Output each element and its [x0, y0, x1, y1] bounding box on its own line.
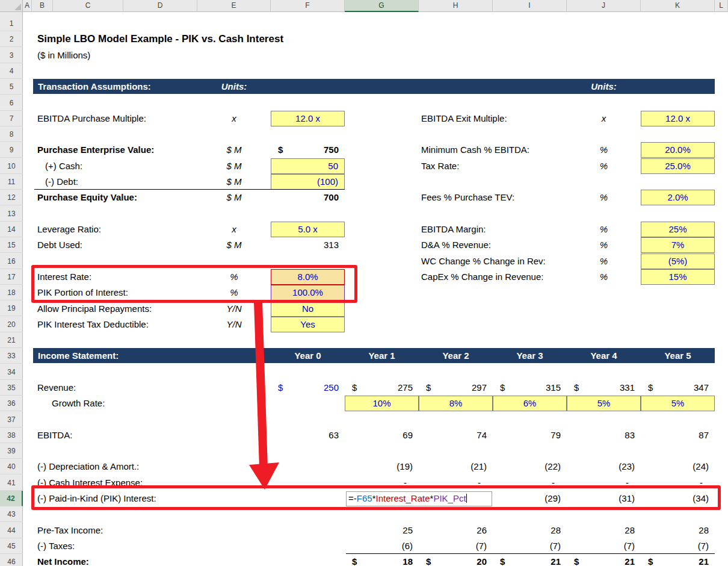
value-text: 297: [472, 380, 487, 396]
row-header-36[interactable]: 36: [0, 396, 23, 411]
label-pik-interest: (-) Paid-in-Kind (PIK) Interest:: [37, 491, 195, 506]
row-header-17[interactable]: 17: [0, 269, 23, 285]
row-header-6[interactable]: 6: [0, 95, 23, 111]
column-header-L[interactable]: L: [715, 0, 728, 12]
column-header-K[interactable]: K: [641, 0, 715, 12]
units-header-right: Units:: [567, 79, 641, 94]
formula-editor-active-cell[interactable]: =-F65*Interest_Rate*PIK_Pct: [346, 491, 492, 506]
row-header-34[interactable]: 34: [0, 364, 23, 380]
cell-ebitda-year3: 79: [493, 428, 567, 443]
label-tax-rate: Tax Rate:: [421, 158, 566, 174]
row-header-33[interactable]: 33: [0, 348, 23, 364]
unit-purchase-equity-value: $ M: [197, 190, 271, 205]
row-header-8[interactable]: 8: [0, 126, 23, 142]
cell-ebitda-year4: 83: [567, 428, 641, 443]
input-ebitda-purchase-multiple[interactable]: 12.0 x: [271, 111, 345, 126]
row-header-3[interactable]: 3: [0, 48, 23, 63]
row-header-38[interactable]: 38: [0, 428, 23, 443]
unit-leverage-ratio: x: [197, 222, 271, 237]
input-pik-tax-deductible[interactable]: Yes: [271, 317, 345, 332]
row-header-35[interactable]: 35: [0, 380, 23, 396]
column-header-F[interactable]: F: [271, 0, 345, 12]
cell-dep-year4: (23): [567, 459, 641, 474]
row-header-9[interactable]: 9: [0, 142, 23, 158]
row-header-14[interactable]: 14: [0, 222, 23, 237]
input-leverage-ratio[interactable]: 5.0 x: [271, 222, 345, 237]
currency-symbol: $: [574, 380, 579, 396]
row-header-40[interactable]: 40: [0, 459, 23, 474]
input-tax-rate[interactable]: 25.0%: [641, 158, 715, 174]
column-header-H[interactable]: H: [419, 0, 493, 12]
row-header-19[interactable]: 19: [0, 300, 23, 316]
input-ebitda-exit-multiple[interactable]: 12.0 x: [641, 111, 715, 126]
input-fees-pct-purchase-tev[interactable]: 2.0%: [641, 190, 715, 205]
column-header-J[interactable]: J: [567, 0, 641, 12]
row-header-44[interactable]: 44: [0, 523, 23, 538]
input-minimum-cash-pct-ebitda[interactable]: 20.0%: [641, 142, 715, 158]
select-all-corner[interactable]: [0, 0, 23, 12]
row-header-11[interactable]: 11: [0, 174, 23, 190]
input-da-pct-revenue[interactable]: 7%: [641, 237, 715, 253]
input-minus-debt[interactable]: (100): [271, 174, 345, 190]
row-header-18[interactable]: 18: [0, 285, 23, 300]
row-header-4[interactable]: 4: [0, 63, 23, 79]
input-growth-year3[interactable]: 6%: [493, 396, 567, 411]
row-header-15[interactable]: 15: [0, 237, 23, 253]
row-header-39[interactable]: 39: [0, 443, 23, 459]
input-wc-change-pct[interactable]: (5%): [641, 253, 715, 269]
row-header-41[interactable]: 41: [0, 475, 23, 491]
cell-pretax-year1: 25: [345, 523, 419, 538]
input-ebitda-margin[interactable]: 25%: [641, 222, 715, 237]
row-header-7[interactable]: 7: [0, 111, 23, 126]
value-text: 275: [398, 380, 413, 396]
column-header-G[interactable]: G: [345, 0, 419, 12]
label-purchase-enterprise-value: Purchase Enterprise Value:: [37, 142, 195, 158]
transaction-assumptions-label: Transaction Assumptions:: [38, 79, 151, 94]
input-allow-principal-repayments[interactable]: No: [271, 301, 345, 317]
total-rule-line: [346, 553, 715, 554]
column-header-A[interactable]: A: [23, 0, 32, 12]
row-header-13[interactable]: 13: [0, 206, 23, 222]
row-header-37[interactable]: 37: [0, 412, 23, 428]
sheet-title: Simple LBO Model Example - PIK vs. Cash …: [37, 31, 195, 47]
cell-cash-interest-year4: -: [567, 475, 641, 491]
row-header-5[interactable]: 5: [0, 79, 23, 95]
row-header-45[interactable]: 45: [0, 538, 23, 554]
unit-ebitda-margin: %: [567, 222, 641, 237]
row-header-20[interactable]: 20: [0, 317, 23, 332]
cell-cash-interest-year5: -: [641, 475, 715, 491]
label-leverage-ratio: Leverage Ratio:: [37, 222, 195, 237]
row-header-16[interactable]: 16: [0, 253, 23, 269]
row-header-2[interactable]: 2: [0, 31, 23, 47]
currency-symbol: $: [426, 554, 431, 566]
input-growth-year2[interactable]: 8%: [419, 396, 493, 411]
row-header-10[interactable]: 10: [0, 158, 23, 174]
input-growth-year5[interactable]: 5%: [641, 396, 715, 411]
input-capex-pct-change-revenue[interactable]: 15%: [641, 269, 715, 285]
input-interest-rate[interactable]: 8.0%: [271, 269, 345, 285]
column-header-D[interactable]: D: [123, 0, 197, 12]
input-plus-cash[interactable]: 50: [271, 158, 345, 174]
row-header-46[interactable]: 46: [0, 554, 23, 566]
input-pik-portion[interactable]: 100.0%: [271, 285, 345, 300]
row-header-1[interactable]: 1: [0, 16, 23, 31]
column-header-I[interactable]: I: [493, 0, 567, 12]
value-text: 315: [546, 380, 561, 396]
row-header-12[interactable]: 12: [0, 190, 23, 205]
excel-worksheet: ABCDEFGHIJKL 123456789101112131415161718…: [0, 0, 728, 566]
label-ebitda-margin: EBITDA Margin:: [421, 222, 566, 237]
cell-pik-interest-year5: (34): [641, 491, 715, 506]
row-header-21[interactable]: 21: [0, 332, 23, 348]
cell-ebitda-year2: 74: [419, 428, 493, 443]
row-header-42[interactable]: 42: [0, 491, 23, 506]
input-growth-year1[interactable]: 10%: [345, 396, 419, 411]
column-header-E[interactable]: E: [197, 0, 271, 12]
formula-token: F65: [357, 493, 372, 503]
unit-plus-cash: $ M: [197, 158, 271, 174]
column-header-B[interactable]: B: [32, 0, 53, 12]
column-header-C[interactable]: C: [53, 0, 123, 12]
input-growth-year4[interactable]: 5%: [567, 396, 641, 411]
row-header-43[interactable]: 43: [0, 506, 23, 522]
label-minimum-cash-pct-ebitda: Minimum Cash % EBITDA:: [421, 142, 566, 158]
cell-ebitda-year5: 87: [641, 428, 715, 443]
